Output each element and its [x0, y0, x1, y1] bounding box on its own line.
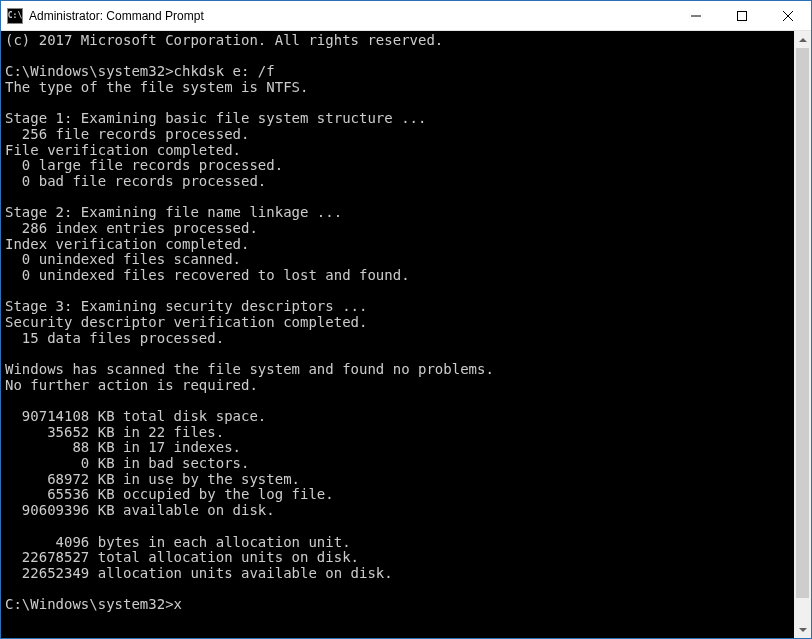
chevron-up-icon — [799, 38, 807, 42]
close-icon — [783, 11, 793, 21]
scroll-thumb[interactable] — [796, 48, 809, 598]
terminal-output[interactable]: (c) 2017 Microsoft Corporation. All righ… — [1, 31, 794, 638]
scroll-track[interactable] — [794, 48, 811, 621]
close-button[interactable] — [765, 1, 811, 30]
vertical-scrollbar[interactable] — [794, 31, 811, 638]
maximize-button[interactable] — [719, 1, 765, 30]
svg-rect-1 — [738, 11, 747, 20]
minimize-icon — [691, 11, 701, 21]
chevron-down-icon — [799, 628, 807, 632]
scroll-down-button[interactable] — [794, 621, 811, 638]
minimize-button[interactable] — [673, 1, 719, 30]
app-icon: C:\ — [7, 8, 23, 24]
svg-marker-4 — [799, 38, 807, 42]
scroll-up-button[interactable] — [794, 31, 811, 48]
svg-marker-5 — [799, 628, 807, 632]
window-title: Administrator: Command Prompt — [29, 9, 673, 23]
title-bar: C:\ Administrator: Command Prompt — [1, 1, 811, 31]
terminal-area: (c) 2017 Microsoft Corporation. All righ… — [1, 31, 811, 638]
maximize-icon — [737, 11, 747, 21]
window-controls — [673, 1, 811, 30]
